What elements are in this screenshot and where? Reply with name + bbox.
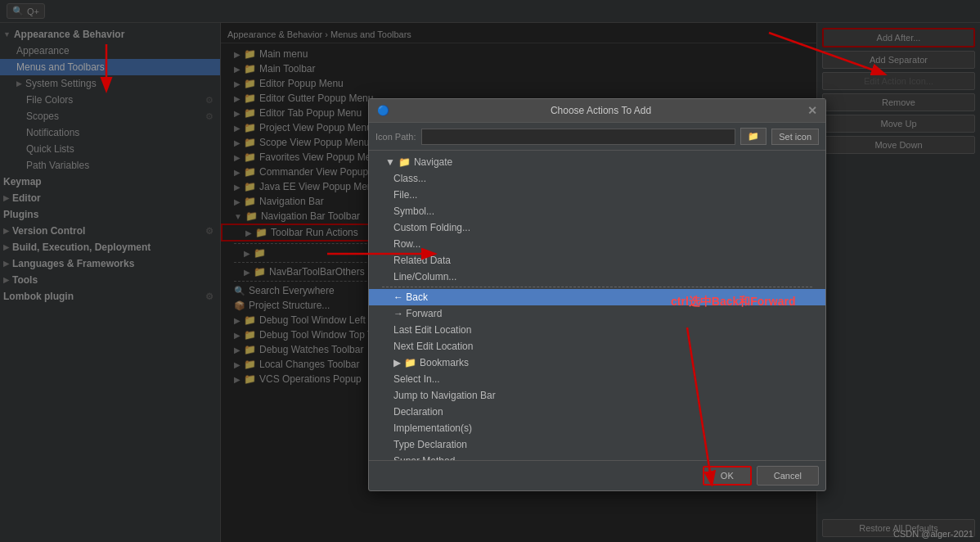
- folder-icon: 📁: [404, 357, 416, 368]
- arrow-icon: ▶: [393, 357, 401, 368]
- dialog-tree-super-method[interactable]: Super Method: [369, 453, 825, 460]
- watermark: CSDN @alger-2021: [893, 529, 973, 539]
- dialog-tree-forward[interactable]: → Forward: [369, 305, 825, 322]
- dialog-tree-symbol[interactable]: Symbol...: [369, 203, 825, 219]
- dialog-icon: 🔵: [377, 105, 389, 116]
- dialog-tree-last-edit[interactable]: Last Edit Location: [369, 322, 825, 338]
- dialog-tree-custom-folding[interactable]: Custom Folding...: [369, 219, 825, 236]
- dialog-tree-class[interactable]: Class...: [369, 170, 825, 187]
- expand-icon: ▼: [385, 156, 395, 168]
- set-icon-button[interactable]: Set icon: [771, 129, 819, 145]
- dialog-body: Icon Path: 📁 Set icon ▼ 📁 Navigate Class…: [369, 123, 825, 490]
- icon-path-input[interactable]: [421, 129, 736, 145]
- cancel-button[interactable]: Cancel: [757, 466, 819, 486]
- dialog-title-bar: 🔵 Choose Actions To Add ✕: [369, 99, 825, 123]
- browse-folder-button[interactable]: 📁: [740, 128, 766, 145]
- dialog-tree-row[interactable]: Row...: [369, 236, 825, 252]
- dialog-title-text: Choose Actions To Add: [551, 105, 651, 116]
- dialog-tree-type-declaration[interactable]: Type Declaration: [369, 436, 825, 453]
- dialog-tree-bookmarks[interactable]: ▶ 📁 Bookmarks: [369, 355, 825, 371]
- choose-actions-dialog: 🔵 Choose Actions To Add ✕ Icon Path: 📁 S…: [368, 98, 826, 491]
- dialog-tree-navigate[interactable]: ▼ 📁 Navigate: [369, 154, 825, 170]
- dialog-tree-declaration[interactable]: Declaration: [369, 404, 825, 420]
- folder-icon: 📁: [398, 156, 411, 168]
- dialog-tree-file[interactable]: File...: [369, 187, 825, 203]
- dialog-close-button[interactable]: ✕: [807, 104, 817, 117]
- dialog-tree: ▼ 📁 Navigate Class... File... Symbol... …: [369, 151, 825, 460]
- dialog-tree-select-in[interactable]: Select In...: [369, 371, 825, 387]
- dialog-footer: OK Cancel: [369, 460, 825, 490]
- dialog-tree-next-edit[interactable]: Next Edit Location: [369, 338, 825, 355]
- separator: [382, 287, 812, 287]
- icon-path-row: Icon Path: 📁 Set icon: [369, 123, 825, 151]
- icon-path-label: Icon Path:: [375, 132, 416, 142]
- dialog-tree-back[interactable]: ← Back: [369, 289, 825, 305]
- dialog-tree-implementations[interactable]: Implementation(s): [369, 420, 825, 436]
- ok-button[interactable]: OK: [703, 466, 752, 486]
- dialog-tree-related-data[interactable]: Related Data: [369, 252, 825, 269]
- dialog-tree-line-column[interactable]: Line/Column...: [369, 269, 825, 285]
- dialog-tree-jump-nav[interactable]: Jump to Navigation Bar: [369, 387, 825, 404]
